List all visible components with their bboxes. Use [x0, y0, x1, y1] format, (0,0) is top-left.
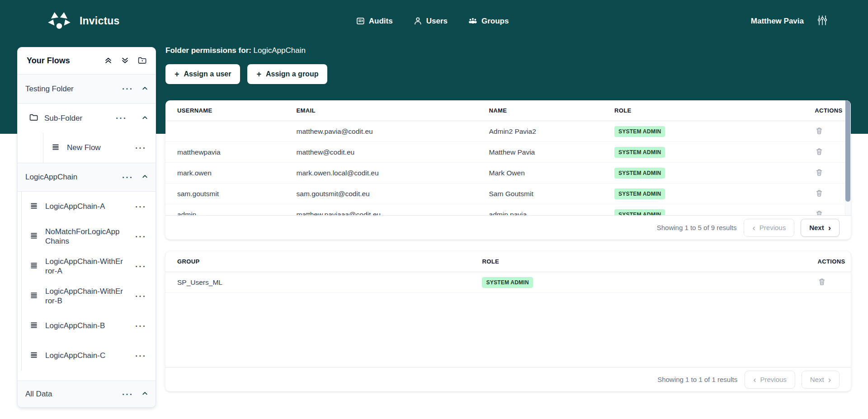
role-badge: SYSTEM ADMIN: [482, 277, 533, 288]
nav-item-groups[interactable]: Groups: [468, 17, 509, 26]
chevron-up-icon: [142, 390, 148, 398]
flow-stack-icon: [30, 262, 38, 271]
groups-permissions-card: GROUP ROLE ACTIONS SP_Users_ML SYSTEM AD…: [165, 251, 851, 391]
nav-item-users[interactable]: Users: [414, 17, 448, 26]
cell-role: SYSTEM ADMIN: [614, 126, 802, 137]
table-row: mark.owen mark.owen.local@codit.eu Mark …: [165, 163, 851, 184]
item-label: LogicAppChain-WithError-B: [45, 287, 125, 306]
delete-permission-button[interactable]: [815, 209, 824, 216]
more-options-button[interactable]: ···: [133, 202, 148, 212]
preferences-button[interactable]: [817, 15, 827, 27]
new-folder-button[interactable]: [138, 56, 146, 66]
groups-pagination: Showing 1 to 1 of 1 results ‹ Previous N…: [165, 367, 851, 391]
previous-page-button[interactable]: ‹ Previous: [745, 371, 795, 389]
cell-email: matthew@codit.eu: [297, 148, 489, 156]
collapse-section-button[interactable]: [142, 173, 148, 181]
cell-actions: [805, 277, 851, 288]
cell-actions: [802, 147, 851, 158]
scrollbar-thumb[interactable]: [845, 100, 850, 202]
folder-plus-icon: [138, 56, 146, 66]
main-nav: Audits Users Groups: [356, 0, 509, 42]
next-page-button[interactable]: Next ›: [801, 219, 840, 237]
collapse-section-button[interactable]: [142, 85, 148, 93]
expand-all-button[interactable]: [121, 56, 129, 66]
delete-permission-button[interactable]: [815, 168, 824, 179]
cell-role: SYSTEM ADMIN: [614, 147, 802, 158]
more-options-button[interactable]: ···: [114, 113, 129, 123]
audits-icon: [356, 17, 365, 25]
column-header-role: ROLE: [614, 107, 802, 114]
sidebar-item-sub-folder[interactable]: Sub-Folder ···: [18, 104, 156, 133]
assign-group-button[interactable]: + Assign a group: [247, 64, 327, 84]
main-content: Folder permissions for: LogicAppChain + …: [165, 42, 851, 391]
users-table-scrollbar[interactable]: [845, 100, 851, 215]
sidebar-item-flow[interactable]: LogicAppChain-C ···: [22, 341, 156, 371]
sidebar-item-new-flow[interactable]: New Flow ···: [43, 133, 156, 163]
plus-icon: +: [256, 70, 261, 79]
user-name[interactable]: Matthew Pavia: [751, 17, 804, 26]
sidebar-item-flow[interactable]: NoMatchForLogicAppChains ···: [22, 221, 156, 251]
brand[interactable]: Invictus: [47, 0, 120, 42]
next-label: Next: [810, 376, 824, 383]
collapse-section-button[interactable]: [142, 390, 148, 398]
cell-actions: [802, 188, 851, 199]
column-header-email: EMAIL: [297, 107, 489, 114]
chevron-up-icon: [142, 173, 148, 181]
column-header-role: ROLE: [482, 258, 805, 265]
item-label: LogicAppChain-C: [45, 351, 105, 360]
flow-stack-icon: [30, 232, 38, 241]
groups-icon: [468, 17, 477, 25]
cell-actions: [802, 168, 851, 179]
sidebar-section-testing-folder[interactable]: Testing Folder ···: [18, 75, 156, 104]
flow-stack-icon: [52, 143, 60, 153]
sidebar-section-all-data[interactable]: All Data ···: [18, 381, 156, 407]
more-options-button[interactable]: ···: [120, 389, 135, 400]
sidebar-item-flow[interactable]: LogicAppChain-B ···: [22, 311, 156, 341]
user-area: Matthew Pavia: [751, 0, 827, 42]
sliders-icon: [817, 15, 827, 27]
delete-permission-button[interactable]: [815, 147, 824, 158]
cell-actions: [802, 209, 851, 216]
column-header-username: USERNAME: [165, 107, 297, 114]
item-label: LogicAppChain-B: [45, 321, 105, 330]
previous-page-button[interactable]: ‹ Previous: [744, 219, 794, 237]
chevron-left-icon: ‹: [753, 375, 756, 384]
users-icon: [414, 17, 422, 25]
assign-group-label: Assign a group: [266, 70, 318, 78]
sidebar-item-flow[interactable]: LogicAppChain-WithError-B ···: [22, 281, 156, 311]
more-options-button[interactable]: ···: [120, 84, 135, 94]
sidebar-title: Your Flows: [27, 56, 70, 66]
section-label: All Data: [25, 390, 52, 399]
chevron-right-icon: ›: [828, 375, 831, 384]
previous-label: Previous: [760, 224, 786, 231]
more-options-button[interactable]: ···: [133, 143, 148, 153]
sidebar-item-flow[interactable]: LogicAppChain-WithError-A ···: [22, 251, 156, 281]
more-options-button[interactable]: ···: [133, 291, 148, 301]
more-options-button[interactable]: ···: [133, 321, 148, 331]
section-label: LogicAppChain: [25, 173, 77, 182]
table-row: SP_Users_ML SYSTEM ADMIN: [165, 272, 851, 293]
sidebar-item-flow[interactable]: LogicAppChain-A ···: [22, 192, 156, 221]
nav-item-audits[interactable]: Audits: [356, 17, 393, 26]
flow-stack-icon: [30, 321, 38, 331]
plus-icon: +: [175, 70, 179, 79]
more-options-button[interactable]: ···: [120, 172, 135, 183]
top-bar: Invictus Audits Users: [0, 0, 868, 42]
delete-permission-button[interactable]: [817, 277, 826, 288]
collapse-all-button[interactable]: [104, 56, 112, 66]
flow-stack-icon: [30, 202, 38, 212]
delete-permission-button[interactable]: [815, 126, 824, 137]
item-label: LogicAppChain-WithError-A: [45, 257, 125, 276]
more-options-button[interactable]: ···: [133, 231, 148, 242]
more-options-button[interactable]: ···: [133, 261, 148, 272]
nav-label-groups: Groups: [481, 17, 509, 26]
delete-permission-button[interactable]: [815, 188, 824, 199]
more-options-button[interactable]: ···: [133, 351, 148, 361]
assign-user-button[interactable]: + Assign a user: [165, 64, 240, 84]
flows-tree: Testing Folder ··· Sub-Folder ···: [18, 75, 156, 407]
empty-space: [165, 293, 851, 367]
cell-email: mark.owen.local@codit.eu: [297, 169, 489, 177]
next-page-button[interactable]: Next ›: [802, 371, 840, 389]
collapse-section-button[interactable]: [142, 114, 148, 122]
sidebar-section-logicappchain[interactable]: LogicAppChain ···: [18, 163, 156, 192]
